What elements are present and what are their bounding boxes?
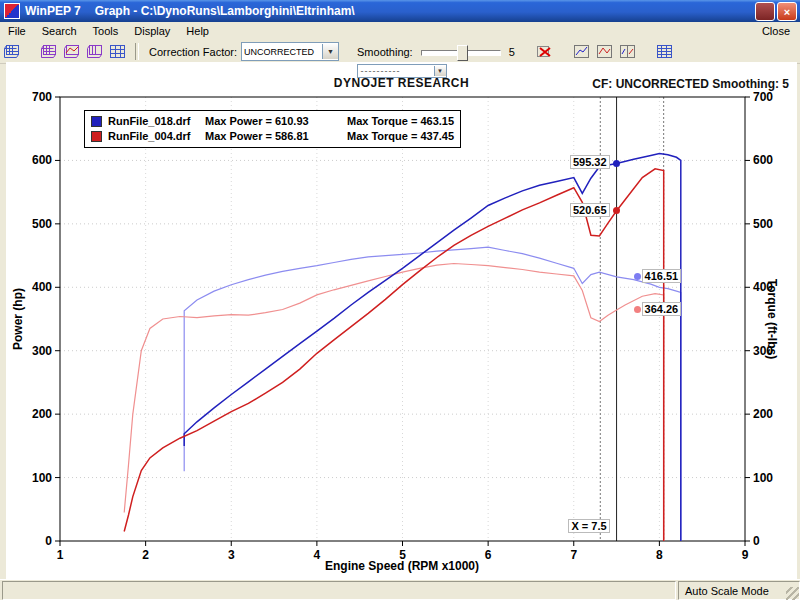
y-tick-label-left: 100 [32,471,52,485]
data-table-icon[interactable] [653,41,676,62]
cursor-value-label: 364.26 [642,302,682,316]
series-RunFile_004-torque [124,264,664,542]
y-tick-label-left: 0 [45,534,52,548]
x-tick-label: 1 [57,548,64,562]
correction-factor-label: Correction Factor: [149,46,237,58]
smoothing-slider[interactable] [421,44,501,60]
y-tick-label-left: 200 [32,407,52,421]
maximize-button[interactable] [755,2,775,21]
y-axis-left-title: Power (hp) [11,288,25,350]
y-tick-label-right: 700 [753,90,773,104]
x-tick-label: 6 [485,548,492,562]
cursor-value-label: 416.51 [642,269,682,283]
grid-data-icon[interactable] [106,41,129,62]
series-color-chip [91,131,102,142]
y-tick-label-left: 300 [32,344,52,358]
cursor-value-label: 520.65 [570,203,610,217]
status-bar: Auto Scale Mode [0,579,800,600]
split-graph-icon[interactable] [616,41,639,62]
cursor-value-dot [634,273,641,280]
series-color-chip [91,116,102,127]
legend: RunFile_018.drf Max Power = 610.93 Max T… [84,110,461,148]
smoothing-label: Smoothing: [357,46,413,58]
series-RunFile_018-torque [184,247,681,541]
legend-max-power: Max Power = 586.81 [205,129,347,144]
y-tick-label-right: 500 [753,217,773,231]
y-tick-label-right: 0 [753,534,760,548]
title-bar: WinPEP 7 Graph - C:\DynoRuns\Lamborghini… [0,0,800,22]
torque-graph-icon[interactable] [593,41,616,62]
toolbar: Correction Factor: UNCORRECTED ▼ Smoothi… [0,40,800,64]
overlay-runs-icon[interactable] [60,41,83,62]
cf-smoothing-summary: CF: UNCORRECTED Smoothing: 5 [592,77,789,91]
graph-setup-icon[interactable] [83,41,106,62]
x-tick-label: 5 [399,548,406,562]
y-tick-label-left: 400 [32,280,52,294]
status-panel-main [2,581,676,600]
y-tick-label-left: 500 [32,217,52,231]
cursor-value-dot [613,160,620,167]
legend-row: RunFile_018.drf Max Power = 610.93 Max T… [91,114,454,129]
chevron-down-icon[interactable]: ▼ [434,66,446,76]
x-tick-label: 4 [314,548,321,562]
y-tick-label-right: 200 [753,407,773,421]
legend-max-power: Max Power = 610.93 [205,114,347,129]
y-tick-label-right: 400 [753,280,773,294]
correction-factor-select[interactable]: UNCORRECTED ▼ [241,42,339,61]
graph-window-icon[interactable] [0,41,23,62]
y-tick-label-right: 300 [753,344,773,358]
menu-bar: File Search Tools Display Help Close [0,22,800,41]
y-tick-label-right: 600 [753,153,773,167]
x-tick-label: 8 [656,548,663,562]
graph-document: Power (hp) Torque (ft-lbs) Engine Speed … [6,62,797,579]
window-title: Graph - C:\DynoRuns\Lamborghini\Eltrinha… [95,4,355,18]
status-scale-mode: Auto Scale Mode [678,581,800,600]
y-tick-label-left: 700 [32,90,52,104]
x-tick-label: 7 [570,548,577,562]
menu-search[interactable]: Search [34,23,85,39]
menu-help[interactable]: Help [178,23,217,39]
run-selector-value: ---------- [358,66,434,76]
app-icon [4,3,20,19]
menu-display[interactable]: Display [126,23,178,39]
y-tick-label-right: 100 [753,471,773,485]
legend-run-file: RunFile_018.drf [108,114,205,129]
power-graph-icon[interactable] [570,41,593,62]
delete-run-icon[interactable] [533,41,556,62]
menu-file[interactable]: File [0,23,34,39]
smoothing-value: 5 [509,46,515,58]
app-title: WinPEP 7 [25,4,81,18]
resize-grip[interactable] [786,587,799,600]
x-tick-label: 2 [142,548,149,562]
mdi-close-button[interactable]: Close [752,23,800,39]
cursor-x-label: X = 7.5 [568,519,609,533]
close-icon[interactable]: × [777,2,797,21]
cursor-value-label: 595.32 [570,155,610,169]
legend-max-torque: Max Torque = 463.15 [347,114,454,129]
x-tick-label: 9 [742,548,749,562]
smoothing-slider-thumb[interactable] [457,45,468,61]
x-tick-label: 3 [228,548,235,562]
y-tick-label-left: 600 [32,153,52,167]
chevron-down-icon[interactable]: ▼ [322,44,338,59]
legend-max-torque: Max Torque = 437.45 [347,129,454,144]
legend-run-file: RunFile_004.drf [108,129,205,144]
new-graph-icon[interactable] [37,41,60,62]
menu-tools[interactable]: Tools [85,23,127,39]
correction-factor-value: UNCORRECTED [242,47,322,57]
series-RunFile_004-power [124,169,664,541]
legend-row: RunFile_004.drf Max Power = 586.81 Max T… [91,129,454,144]
